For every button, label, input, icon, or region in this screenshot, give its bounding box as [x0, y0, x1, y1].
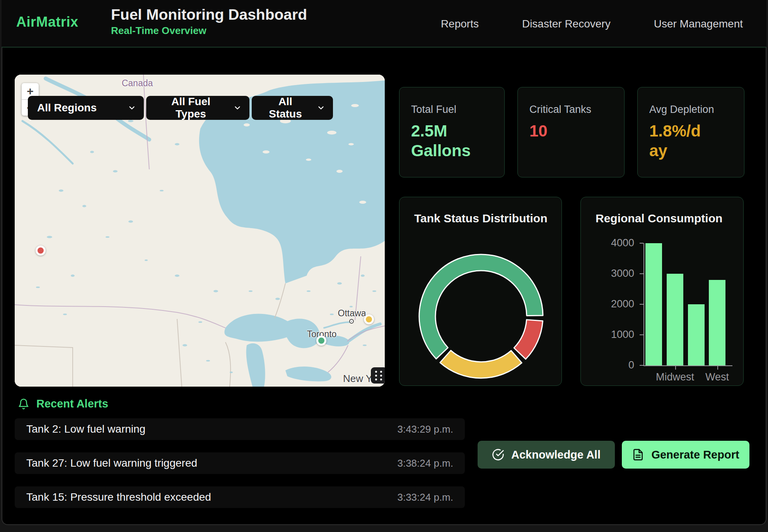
- dashboard-root: AirMatrix Fuel Monitoring Dashboard Real…: [0, 0, 768, 532]
- stat-value: 10: [529, 121, 613, 141]
- regional-consumption-card: Regional Consumption 01000200030004000Mi…: [580, 197, 744, 386]
- bar-West: [709, 280, 725, 365]
- bar-plot: [643, 243, 728, 365]
- bar-region-1: [645, 243, 662, 365]
- y-tick-label: 2000: [592, 298, 634, 310]
- alert-row[interactable]: Tank 27: Low fuel warning triggered 3:38…: [15, 452, 465, 474]
- bar-chart-title: Regional Consumption: [596, 212, 722, 225]
- region-filter-value: All Regions: [37, 102, 97, 114]
- status-filter-dropdown[interactable]: All Status: [252, 96, 333, 120]
- tank-marker-normal[interactable]: [316, 336, 326, 346]
- map-filter-bar: All Regions All Fuel Types All Status: [28, 96, 333, 120]
- alert-row[interactable]: Tank 15: Pressure threshold exceeded 3:3…: [15, 486, 465, 508]
- chevron-down-icon: [317, 104, 325, 112]
- basemap-canvas: [15, 75, 385, 387]
- chevron-down-icon: [233, 104, 242, 112]
- y-tick-label: 1000: [592, 329, 634, 341]
- fuel-type-filter-dropdown[interactable]: All Fuel Types: [146, 96, 249, 120]
- donut-chart-title: Tank Status Distribution: [414, 212, 547, 225]
- alert-row[interactable]: Tank 2: Low fuel warning 3:43:29 p.m.: [15, 418, 465, 440]
- alert-time: 3:38:24 p.m.: [397, 457, 453, 469]
- alert-time: 3:33:24 p.m.: [397, 491, 453, 503]
- generate-report-button[interactable]: Generate Report: [622, 441, 749, 469]
- bar-Midwest: [667, 274, 683, 365]
- stat-label: Avg Depletion: [649, 104, 732, 116]
- alert-time: 3:43:29 p.m.: [397, 423, 453, 435]
- fuel-type-filter-value: All Fuel Types: [155, 95, 226, 120]
- acknowledge-all-label: Acknowledge All: [511, 448, 601, 461]
- stat-card-avg-depletion: Avg Depletion 1.8%/day: [637, 87, 744, 177]
- x-tick-label: Midwest: [656, 371, 694, 383]
- status-filter-value: All Status: [261, 95, 310, 120]
- stat-label: Total Fuel: [411, 104, 493, 116]
- map-label-canada: Canada: [122, 78, 153, 89]
- y-tick-label: 4000: [592, 237, 634, 249]
- y-tick-label: 0: [592, 359, 634, 371]
- ottawa-town-marker: [349, 319, 354, 324]
- x-tick-mark: [675, 366, 676, 370]
- stat-label: Critical Tanks: [529, 104, 613, 116]
- stat-value: 1.8%/day: [649, 121, 701, 160]
- map-drag-handle-icon[interactable]: [371, 367, 385, 384]
- file-text-icon: [632, 448, 644, 461]
- acknowledge-all-button[interactable]: Acknowledge All: [478, 441, 615, 469]
- y-tick-mark: [640, 304, 643, 305]
- y-tick-label: 3000: [592, 268, 634, 280]
- chevron-down-icon: [128, 104, 136, 112]
- x-tick-label: West: [705, 371, 729, 383]
- app-header: AirMatrix Fuel Monitoring Dashboard Real…: [2, 0, 766, 48]
- fuel-map[interactable]: Canada Ottawa Toronto New York + − All R…: [15, 75, 385, 387]
- nav-item-reports[interactable]: Reports: [441, 18, 479, 30]
- main-nav: Reports Disaster Recovery User Managemen…: [441, 0, 743, 48]
- page-title: Fuel Monitoring Dashboard: [111, 6, 307, 23]
- map-label-ottawa: Ottawa: [338, 308, 366, 319]
- y-tick-mark: [640, 365, 643, 366]
- bell-icon: [18, 398, 29, 410]
- donut-segment-yellow: [440, 350, 522, 378]
- nav-item-disaster-recovery[interactable]: Disaster Recovery: [522, 18, 611, 30]
- stat-card-total-fuel: Total Fuel 2.5M Gallons: [399, 87, 505, 177]
- title-block: Fuel Monitoring Dashboard Real-Time Over…: [111, 6, 307, 37]
- alert-text: Tank 2: Low fuel warning: [26, 423, 145, 435]
- tank-marker-warning[interactable]: [364, 314, 374, 324]
- y-tick-mark: [640, 243, 643, 244]
- stat-value: 2.5M Gallons: [411, 121, 485, 160]
- x-tick-mark: [717, 366, 718, 370]
- alert-text: Tank 27: Low fuel warning triggered: [26, 457, 197, 469]
- bar-region-3: [688, 304, 705, 365]
- stat-card-critical-tanks: Critical Tanks 10: [517, 87, 625, 177]
- alerts-title: Recent Alerts: [36, 397, 108, 410]
- page-subtitle: Real-Time Overview: [111, 25, 307, 37]
- y-tick-mark: [640, 273, 643, 274]
- check-circle-icon: [492, 448, 504, 461]
- nav-item-user-management[interactable]: User Management: [654, 18, 743, 30]
- generate-report-label: Generate Report: [651, 448, 739, 461]
- tank-status-card: Tank Status Distribution: [399, 197, 562, 386]
- region-filter-dropdown[interactable]: All Regions: [28, 96, 144, 120]
- alerts-header: Recent Alerts: [18, 397, 108, 410]
- bar-chart-x-axis: [643, 365, 732, 366]
- brand-logo: AirMatrix: [16, 14, 79, 30]
- y-tick-mark: [640, 334, 643, 335]
- tank-marker-critical[interactable]: [36, 246, 46, 256]
- donut-segment-red: [514, 320, 543, 359]
- tank-status-donut: [399, 197, 562, 386]
- alert-text: Tank 15: Pressure threshold exceeded: [26, 491, 211, 503]
